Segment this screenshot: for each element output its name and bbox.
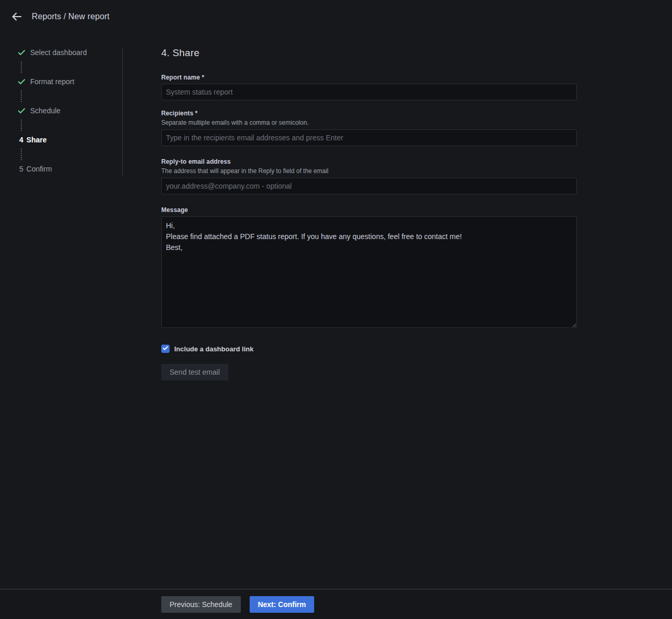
- step-select-dashboard[interactable]: Select dashboard: [17, 47, 122, 58]
- reply-to-label: Reply-to email address: [161, 158, 577, 165]
- step-number: 5: [19, 165, 23, 173]
- wizard-content: Select dashboard Format report Schedule …: [0, 33, 672, 380]
- share-step-form: 4. Share Report name * Recipients * Sepa…: [123, 33, 577, 380]
- dashboard-link-checkbox[interactable]: [161, 345, 170, 353]
- breadcrumb-title: Reports / New report: [32, 12, 110, 21]
- dashboard-link-label: Include a dashboard link: [174, 345, 253, 353]
- report-name-label: Report name *: [161, 74, 577, 81]
- new-report-page: Reports / New report Select dashboard Fo…: [0, 0, 672, 619]
- step-confirm[interactable]: 5 Confirm: [17, 164, 122, 174]
- step-label: Format report: [30, 77, 74, 86]
- report-name-field-group: Report name *: [161, 74, 577, 100]
- step-connector: [21, 149, 22, 160]
- message-field-group: Message Hi, Please find attached a PDF s…: [161, 206, 577, 328]
- send-test-email-button[interactable]: Send test email: [161, 364, 228, 380]
- reply-to-input[interactable]: [161, 178, 577, 194]
- reply-to-description: The address that will appear in the Repl…: [161, 167, 577, 175]
- step-connector: [21, 90, 22, 102]
- check-icon: [17, 48, 26, 57]
- recipients-label: Recipients *: [161, 110, 577, 117]
- reply-to-field-group: Reply-to email address The address that …: [161, 158, 577, 194]
- recipients-input[interactable]: [161, 129, 577, 146]
- wizard-stepper: Select dashboard Format report Schedule …: [0, 47, 123, 176]
- next-button[interactable]: Next: Confirm: [250, 596, 315, 613]
- step-label: Schedule: [30, 107, 60, 115]
- dashboard-link-checkbox-row[interactable]: Include a dashboard link: [161, 345, 577, 353]
- check-icon: [17, 107, 26, 115]
- check-icon: [17, 77, 26, 86]
- step-format-report[interactable]: Format report: [17, 76, 122, 87]
- check-icon: [162, 344, 169, 353]
- step-connector: [21, 120, 22, 131]
- message-textarea[interactable]: Hi, Please find attached a PDF status re…: [161, 216, 577, 328]
- page-header: Reports / New report: [0, 0, 672, 33]
- back-button[interactable]: [8, 8, 25, 25]
- step-share[interactable]: 4 Share: [17, 135, 122, 145]
- page-title: 4. Share: [161, 47, 577, 59]
- step-connector: [21, 61, 22, 73]
- previous-button[interactable]: Previous: Schedule: [161, 596, 241, 613]
- step-label: Share: [27, 136, 47, 144]
- arrow-left-icon: [11, 11, 22, 22]
- step-label: Confirm: [27, 165, 52, 173]
- step-schedule[interactable]: Schedule: [17, 106, 122, 116]
- step-label: Select dashboard: [30, 48, 87, 57]
- report-name-input[interactable]: [161, 84, 577, 100]
- wizard-footer: Previous: Schedule Next: Confirm: [0, 589, 672, 619]
- recipients-field-group: Recipients * Separate multiple emails wi…: [161, 110, 577, 146]
- step-number: 4: [19, 136, 23, 144]
- message-label: Message: [161, 206, 577, 214]
- recipients-description: Separate multiple emails with a comma or…: [161, 119, 577, 126]
